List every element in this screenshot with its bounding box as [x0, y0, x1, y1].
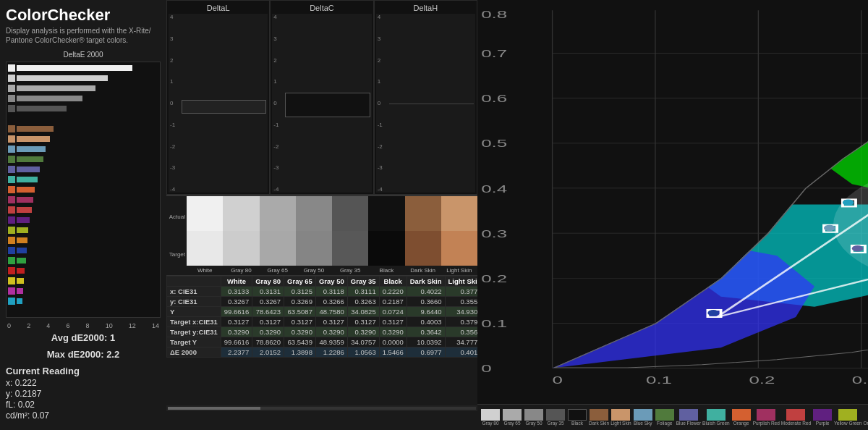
svg-text:0: 0: [553, 374, 563, 386]
swatch-name: Light Skin: [441, 266, 477, 275]
svg-point-56: [852, 245, 864, 251]
bottom-swatch-item[interactable]: Bluish Green: [702, 409, 730, 426]
bar-fill: [17, 177, 38, 182]
delta-chart-L: DeltaL 43210-1-2-3-4: [166, 0, 270, 195]
bottom-swatch-item[interactable]: Orange Yellow: [864, 409, 869, 426]
swatch-col: Gray 80: [223, 196, 259, 275]
table-cell: 48.9359: [315, 337, 347, 347]
bottom-swatch-item[interactable]: Black: [567, 409, 587, 426]
bottom-swatch-color: [732, 409, 751, 421]
bottom-swatch-label: Dark Skin: [589, 421, 609, 426]
bar-row: [8, 215, 158, 224]
bar-fill: [17, 227, 28, 233]
table-cell: 0.0724: [379, 307, 407, 317]
table-cell: 0.3133: [221, 287, 252, 297]
bottom-swatch-item[interactable]: Yellow Green: [834, 409, 861, 426]
table-cell: 0.3266: [315, 297, 347, 307]
bar-swatch: [8, 64, 15, 72]
table-cell: 0.3562: [445, 327, 477, 337]
table-header: Gray 80: [252, 277, 284, 287]
bottom-swatch-item[interactable]: Gray 65: [502, 409, 522, 426]
svg-text:0.8: 0.8: [481, 9, 507, 21]
bottom-swatch-item[interactable]: Gray 80: [480, 409, 501, 426]
bottom-swatch-item[interactable]: Purple: [812, 409, 833, 426]
swatch-name: White: [187, 266, 223, 275]
swatch-col: Gray 65: [260, 196, 296, 275]
bar-swatch: [8, 135, 15, 143]
table-row-label: Target y:CIE31: [167, 327, 221, 337]
table-cell: 9.6440: [407, 307, 445, 317]
bottom-swatch-item[interactable]: Gray 35: [545, 409, 566, 426]
scroll-track[interactable]: [168, 407, 476, 410]
bar-fill: [17, 278, 24, 284]
swatch-target: [296, 231, 332, 266]
data-table: WhiteGray 80Gray 65Gray 50Gray 35BlackDa…: [166, 276, 477, 358]
table-cell: 0.3290: [284, 327, 316, 337]
bottom-swatch-item[interactable]: Blue Flower: [676, 409, 701, 426]
bar-row: [8, 185, 158, 194]
bottom-swatch-color: [611, 409, 630, 421]
bottom-swatch-color: [503, 409, 522, 421]
bar-fill: [17, 75, 108, 81]
bottom-swatch-color: [546, 409, 565, 421]
bar-row: [8, 104, 158, 113]
svg-text:0.1: 0.1: [646, 374, 672, 386]
app-title: ColorChecker: [6, 6, 161, 25]
table-header: Gray 35: [347, 277, 379, 287]
bottom-swatch-item[interactable]: Foliage: [655, 409, 675, 426]
bottom-swatch-item[interactable]: Orange: [731, 409, 752, 426]
bar-swatch: [8, 267, 15, 274]
bottom-swatch-color: [481, 409, 500, 421]
swatch-actual: [441, 196, 477, 231]
bar-row: [8, 174, 158, 184]
table-cell: 0.3290: [315, 327, 347, 337]
bottom-swatch-label: Black: [571, 421, 583, 426]
swatch-target: [441, 231, 477, 266]
swatch-col[interactable]: Black: [368, 196, 404, 275]
table-cell: 0.3263: [347, 297, 379, 307]
swatch-col: White: [187, 196, 223, 275]
bottom-swatch-label: Bluish Green: [702, 421, 730, 426]
current-reading-box: Current Reading x: 0.222 y: 0.2187 fL: 0…: [6, 363, 161, 424]
table-header: White: [221, 277, 252, 287]
bottom-swatch-item[interactable]: Gray 50: [524, 409, 544, 426]
bottom-swatch-item[interactable]: Purplish Red: [753, 409, 780, 426]
data-table-section[interactable]: WhiteGray 80Gray 65Gray 50Gray 35BlackDa…: [166, 275, 477, 405]
bottom-swatch-item[interactable]: Blue Sky: [633, 409, 653, 426]
table-row-label: Target Y: [167, 337, 221, 347]
bar-fill: [17, 288, 23, 294]
table-cell: 0.3127: [379, 317, 407, 327]
left-panel: ColorChecker Display analysis is perform…: [0, 0, 166, 430]
bar-chart-area: [6, 62, 161, 318]
bar-swatch: [8, 85, 15, 92]
table-row: Target y:CIE310.32900.32900.32900.32900.…: [167, 327, 478, 337]
table-header: Black: [379, 277, 407, 287]
table-cell: 0.3774: [445, 287, 477, 297]
cie-svg: 0 0.1 0.2 0.3 0.4 0.5 0.6 0.7 0.8 0 0.1 …: [477, 0, 868, 404]
table-header: Gray 65: [284, 277, 316, 287]
bar-row: [8, 154, 158, 164]
bottom-swatch-item[interactable]: Dark Skin: [589, 409, 609, 426]
bar-fill: [17, 268, 25, 274]
table-cell: 0.4003: [407, 317, 445, 327]
reading-y: y: 0.2187: [6, 389, 161, 399]
bar-row: [8, 256, 158, 265]
bar-swatch: [8, 216, 15, 224]
bar-row: [8, 245, 158, 255]
bottom-swatch-color: [590, 409, 608, 421]
bottom-swatch-item[interactable]: Light Skin: [610, 409, 631, 426]
bar-fill: [17, 187, 35, 193]
table-cell: 0.3127: [347, 317, 379, 327]
swatch-name: Dark Skin: [405, 266, 441, 275]
bar-row: [8, 266, 158, 275]
bar-swatch: [8, 146, 15, 153]
app-subtitle: Display analysis is performed with the X…: [6, 26, 161, 45]
bottom-swatch-item[interactable]: Moderate Red: [781, 409, 811, 426]
bottom-swatch-label: Gray 35: [547, 421, 563, 426]
table-cell: 1.2286: [315, 347, 347, 358]
table-cell: 0.3127: [221, 317, 252, 327]
bottom-swatch-label: Blue Sky: [634, 421, 652, 426]
swatch-actual: [405, 196, 441, 231]
table-row-label: x: CIE31: [167, 287, 221, 297]
svg-point-70: [843, 199, 854, 205]
